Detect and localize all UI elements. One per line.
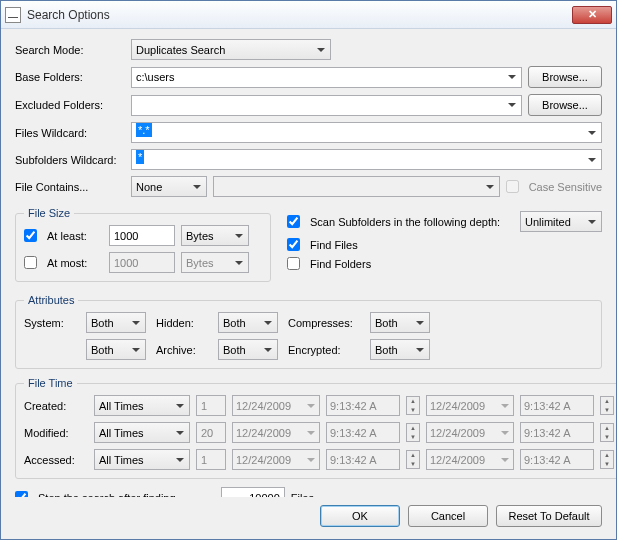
at-most-label: At most:	[47, 257, 103, 269]
find-files-label: Find Files	[310, 239, 358, 251]
created-date-to: 12/24/2009	[426, 395, 514, 416]
window-title: Search Options	[27, 8, 572, 22]
browse-base-button[interactable]: Browse...	[528, 66, 602, 88]
find-files-checkbox[interactable]	[287, 238, 300, 251]
archive-label: Archive:	[156, 344, 208, 356]
modified-time-to: 9:13:42 A	[520, 422, 594, 443]
modified-n	[196, 422, 226, 443]
scan-subfolders-checkbox[interactable]	[287, 215, 300, 228]
created-label: Created:	[24, 400, 88, 412]
stop-count-input[interactable]	[221, 487, 285, 497]
search-mode-select[interactable]	[131, 39, 331, 60]
encrypted-label: Encrypted:	[288, 344, 360, 356]
created-mode[interactable]	[94, 395, 190, 416]
excluded-folders-input[interactable]	[131, 95, 522, 116]
titlebar: Search Options ✕	[1, 1, 616, 29]
accessed-time-from: 9:13:42 A	[326, 449, 400, 470]
file-size-group: File Size At least: At most:	[15, 207, 271, 282]
archive-select[interactable]	[218, 339, 278, 360]
scan-subfolders-label: Scan Subfolders in the following depth:	[310, 216, 514, 228]
accessed-label: Accessed:	[24, 454, 88, 466]
accessed-mode[interactable]	[94, 449, 190, 470]
file-time-legend: File Time	[24, 377, 77, 389]
at-least-label: At least:	[47, 230, 103, 242]
modified-date-to: 12/24/2009	[426, 422, 514, 443]
spinner-icon: ▲▼	[600, 396, 614, 415]
accessed-time-to: 9:13:42 A	[520, 449, 594, 470]
spinner-icon: ▲▼	[600, 423, 614, 442]
file-contains-input	[213, 176, 500, 197]
find-folders-label: Find Folders	[310, 258, 371, 270]
excluded-folders-label: Excluded Folders:	[15, 99, 125, 111]
at-least-unit[interactable]	[181, 225, 249, 246]
files-wildcard-label: Files Wildcard:	[15, 127, 125, 139]
extra-attr-select[interactable]	[86, 339, 146, 360]
ok-button[interactable]: OK	[320, 505, 400, 527]
file-contains-label: File Contains...	[15, 181, 125, 193]
at-least-value[interactable]	[109, 225, 175, 246]
browse-excluded-button[interactable]: Browse...	[528, 94, 602, 116]
close-button[interactable]: ✕	[572, 6, 612, 24]
base-folders-label: Base Folders:	[15, 71, 125, 83]
created-time-to: 9:13:42 A	[520, 395, 594, 416]
modified-date-from: 12/24/2009	[232, 422, 320, 443]
modified-time-from: 9:13:42 A	[326, 422, 400, 443]
accessed-date-from: 12/24/2009	[232, 449, 320, 470]
hidden-label: Hidden:	[156, 317, 208, 329]
spinner-icon: ▲▼	[406, 450, 420, 469]
modified-label: Modified:	[24, 427, 88, 439]
reset-button[interactable]: Reset To Default	[496, 505, 602, 527]
depth-select[interactable]	[520, 211, 602, 232]
attributes-legend: Attributes	[24, 294, 78, 306]
encrypted-select[interactable]	[370, 339, 430, 360]
spinner-icon: ▲▼	[600, 450, 614, 469]
attributes-group: Attributes System: Hidden: Compresses: A…	[15, 294, 602, 369]
subfolders-wildcard-label: Subfolders Wildcard:	[15, 154, 125, 166]
created-n	[196, 395, 226, 416]
find-folders-checkbox[interactable]	[287, 257, 300, 270]
app-icon	[5, 7, 21, 23]
search-options-dialog: Search Options ✕ Search Mode: Base Folde…	[0, 0, 617, 540]
spinner-icon: ▲▼	[406, 396, 420, 415]
case-sensitive-label: Case Sensitive	[529, 181, 602, 193]
file-contains-select[interactable]	[131, 176, 207, 197]
at-most-unit	[181, 252, 249, 273]
base-folders-input[interactable]	[131, 67, 522, 88]
accessed-date-to: 12/24/2009	[426, 449, 514, 470]
at-most-value	[109, 252, 175, 273]
files-wildcard-input[interactable]: *.*	[131, 122, 602, 143]
created-time-from: 9:13:42 A	[326, 395, 400, 416]
system-select[interactable]	[86, 312, 146, 333]
modified-mode[interactable]	[94, 422, 190, 443]
hidden-select[interactable]	[218, 312, 278, 333]
spinner-icon: ▲▼	[406, 423, 420, 442]
search-mode-label: Search Mode:	[15, 44, 125, 56]
compresses-label: Compresses:	[288, 317, 360, 329]
case-sensitive-checkbox[interactable]	[506, 180, 519, 193]
file-size-legend: File Size	[24, 207, 74, 219]
accessed-n	[196, 449, 226, 470]
at-least-checkbox[interactable]	[24, 229, 37, 242]
file-time-group: File Time Created: 12/24/2009 9:13:42 A …	[15, 377, 616, 479]
at-most-checkbox[interactable]	[24, 256, 37, 269]
compresses-select[interactable]	[370, 312, 430, 333]
subfolders-wildcard-input[interactable]: *	[131, 149, 602, 170]
system-label: System:	[24, 317, 76, 329]
cancel-button[interactable]: Cancel	[408, 505, 488, 527]
created-date-from: 12/24/2009	[232, 395, 320, 416]
